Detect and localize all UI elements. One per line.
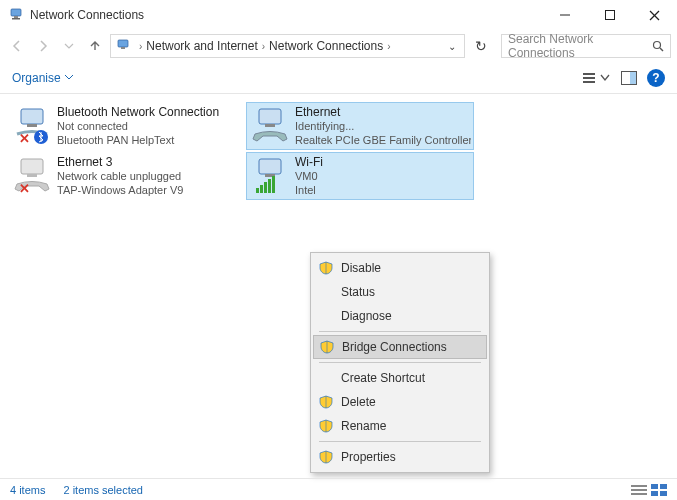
chevron-right-icon: › bbox=[262, 41, 265, 52]
menu-label: Bridge Connections bbox=[342, 340, 447, 354]
window-title: Network Connections bbox=[30, 8, 542, 22]
svg-text:✕: ✕ bbox=[19, 131, 30, 146]
help-button[interactable]: ? bbox=[647, 69, 665, 87]
svg-rect-20 bbox=[259, 109, 281, 124]
svg-rect-22 bbox=[21, 159, 43, 174]
svg-rect-33 bbox=[631, 489, 647, 491]
svg-text:✕: ✕ bbox=[19, 181, 30, 196]
refresh-button[interactable]: ↻ bbox=[469, 38, 493, 54]
menu-label: Diagnose bbox=[341, 309, 392, 323]
menu-item-diagnose[interactable]: Diagnose bbox=[313, 304, 487, 328]
ethernet-adapter-icon bbox=[249, 105, 291, 147]
connection-status: Network cable unplugged bbox=[57, 170, 183, 184]
toolbar: Organise ? bbox=[0, 62, 677, 94]
recent-dropdown[interactable] bbox=[58, 35, 80, 57]
svg-rect-2 bbox=[12, 18, 20, 20]
menu-item-rename[interactable]: Rename bbox=[313, 414, 487, 438]
connection-item-ethernet3[interactable]: ✕ Ethernet 3 Network cable unplugged TAP… bbox=[8, 152, 236, 200]
svg-rect-15 bbox=[630, 72, 636, 84]
titlebar: Network Connections bbox=[0, 0, 677, 30]
menu-item-disable[interactable]: Disable bbox=[313, 256, 487, 280]
svg-line-10 bbox=[660, 48, 663, 51]
svg-rect-13 bbox=[583, 81, 595, 83]
connection-device: Realtek PCIe GBE Family Controller bbox=[295, 134, 471, 148]
svg-rect-4 bbox=[605, 11, 614, 20]
status-item-count: 4 items bbox=[10, 484, 45, 496]
connection-status: Identifying... bbox=[295, 120, 471, 134]
svg-rect-17 bbox=[27, 124, 37, 127]
menu-label: Status bbox=[341, 285, 375, 299]
menu-label: Rename bbox=[341, 419, 386, 433]
menu-label: Delete bbox=[341, 395, 376, 409]
chevron-down-icon[interactable]: ⌄ bbox=[448, 41, 456, 52]
svg-rect-34 bbox=[631, 493, 647, 495]
search-placeholder: Search Network Connections bbox=[508, 32, 652, 60]
svg-rect-11 bbox=[583, 73, 595, 75]
svg-rect-0 bbox=[11, 9, 21, 16]
svg-rect-30 bbox=[268, 179, 271, 193]
status-selected-count: 2 items selected bbox=[63, 484, 142, 496]
wifi-adapter-icon bbox=[249, 155, 291, 197]
close-button[interactable] bbox=[632, 0, 677, 30]
view-options-button[interactable] bbox=[583, 70, 611, 86]
menu-item-status[interactable]: Status bbox=[313, 280, 487, 304]
shield-icon bbox=[319, 261, 333, 275]
breadcrumb-part[interactable]: Network Connections bbox=[269, 39, 383, 53]
nav-row: › Network and Internet › Network Connect… bbox=[0, 30, 677, 62]
chevron-right-icon: › bbox=[139, 41, 142, 52]
menu-item-shortcut[interactable]: Create Shortcut bbox=[313, 366, 487, 390]
svg-rect-25 bbox=[259, 159, 281, 174]
shield-icon bbox=[320, 340, 334, 354]
svg-rect-8 bbox=[121, 47, 125, 49]
large-icons-view-button[interactable] bbox=[651, 484, 667, 496]
connection-item-ethernet[interactable]: Ethernet Identifying... Realtek PCIe GBE… bbox=[246, 102, 474, 150]
menu-separator bbox=[319, 362, 481, 363]
menu-item-delete[interactable]: Delete bbox=[313, 390, 487, 414]
network-icon bbox=[115, 38, 131, 54]
menu-label: Create Shortcut bbox=[341, 371, 425, 385]
connection-item-wifi[interactable]: Wi-Fi VM0 Intel bbox=[246, 152, 474, 200]
search-icon bbox=[652, 40, 664, 52]
svg-rect-31 bbox=[272, 176, 275, 193]
connection-item-bluetooth[interactable]: ✕ Bluetooth Network Connection Not conne… bbox=[8, 102, 236, 150]
connection-status: VM0 bbox=[295, 170, 323, 184]
menu-label: Properties bbox=[341, 450, 396, 464]
svg-rect-1 bbox=[14, 16, 18, 18]
breadcrumb[interactable]: › Network and Internet › Network Connect… bbox=[110, 34, 465, 58]
breadcrumb-part[interactable]: Network and Internet bbox=[146, 39, 257, 53]
maximize-button[interactable] bbox=[587, 0, 632, 30]
window-controls bbox=[542, 0, 677, 30]
up-button[interactable] bbox=[84, 35, 106, 57]
menu-item-properties[interactable]: Properties bbox=[313, 445, 487, 469]
svg-rect-32 bbox=[631, 485, 647, 487]
svg-rect-16 bbox=[21, 109, 43, 124]
preview-pane-button[interactable] bbox=[621, 71, 637, 85]
connection-device: TAP-Windows Adapter V9 bbox=[57, 184, 183, 198]
menu-separator bbox=[319, 441, 481, 442]
connection-status: Not connected bbox=[57, 120, 219, 134]
connection-name: Ethernet 3 bbox=[57, 155, 183, 170]
svg-rect-7 bbox=[118, 40, 128, 47]
svg-rect-38 bbox=[660, 491, 667, 496]
details-view-button[interactable] bbox=[631, 484, 647, 496]
search-input[interactable]: Search Network Connections bbox=[501, 34, 671, 58]
statusbar: 4 items 2 items selected bbox=[0, 478, 677, 500]
svg-rect-36 bbox=[660, 484, 667, 489]
organise-button[interactable]: Organise bbox=[12, 71, 73, 85]
bluetooth-adapter-icon: ✕ bbox=[11, 105, 53, 147]
menu-separator bbox=[319, 331, 481, 332]
app-icon bbox=[8, 7, 24, 23]
back-button[interactable] bbox=[6, 35, 28, 57]
connection-name: Ethernet bbox=[295, 105, 471, 120]
minimize-button[interactable] bbox=[542, 0, 587, 30]
content-area: ✕ Bluetooth Network Connection Not conne… bbox=[0, 94, 677, 480]
svg-rect-23 bbox=[27, 174, 37, 177]
shield-icon bbox=[319, 419, 333, 433]
svg-rect-28 bbox=[260, 185, 263, 193]
context-menu: Disable Status Diagnose Bridge Connectio… bbox=[310, 252, 490, 473]
svg-rect-12 bbox=[583, 77, 595, 79]
chevron-right-icon: › bbox=[387, 41, 390, 52]
forward-button[interactable] bbox=[32, 35, 54, 57]
menu-item-bridge[interactable]: Bridge Connections bbox=[313, 335, 487, 359]
svg-rect-21 bbox=[265, 124, 275, 127]
